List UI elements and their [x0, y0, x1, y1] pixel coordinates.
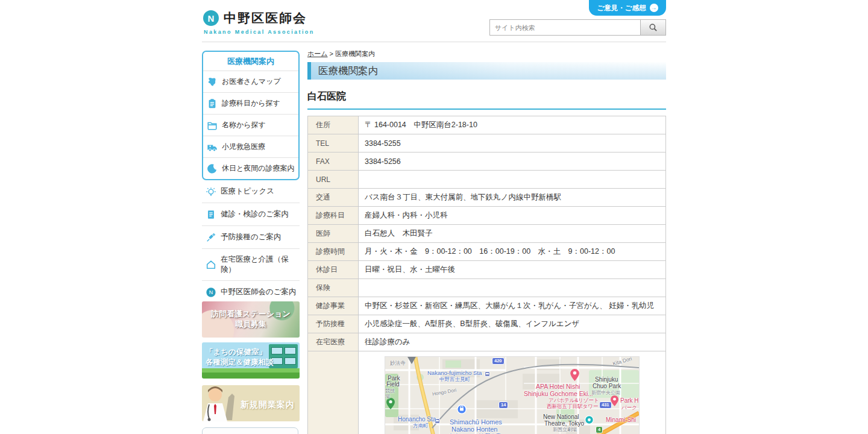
feedback-button[interactable]: ご意見・ご感想 → [589, 0, 666, 16]
page-title: 医療機関案内 [318, 64, 378, 78]
row-value: 産婦人科・内科・小児科 [359, 207, 666, 225]
row-value: 月・火・木・金 9：00-12：00 16：00-19：00 水・土 9：00-… [359, 243, 666, 261]
search-button[interactable] [640, 20, 665, 35]
moon-icon [206, 163, 218, 174]
metro-station-icon[interactable] [485, 371, 490, 377]
sidebar-item[interactable]: 健診・検診のご案内 [202, 203, 300, 226]
row-label: 診療科目 [308, 207, 359, 225]
row-label: TEL [308, 134, 359, 153]
clinic-name-heading: 白石医院 [307, 90, 666, 110]
row-label [308, 351, 359, 434]
sidebar-partial-link-box[interactable] [202, 427, 298, 434]
folder-icon [206, 119, 218, 131]
sidebar-item[interactable]: 予防接種のご案内 [202, 226, 300, 249]
route-badge-4: 4 [596, 426, 603, 433]
row-value: 小児感染症一般、A型肝炎、B型肝炎、破傷風、インフルエンザ [359, 315, 666, 333]
banner-text-line2: 職員募集 [202, 319, 300, 329]
sidebar-item[interactable]: N 中野区医師会のご案内 [202, 281, 300, 304]
google-map-embed[interactable]: 420 14 431 4 妙法寺 Park Field 競技 場 Nakano-… [385, 356, 640, 434]
banner-machi-no-hokenshitsu[interactable]: 「まちの保健室」 各種測定＆健康相談 [202, 342, 300, 379]
map-label-myohoji: 妙法寺 [390, 360, 406, 366]
sidebar-primary-list: お医者さんマップ 診療科目から探す 名称から探す 小児救急医療 [203, 71, 298, 179]
map-label-minami: Minami-Shi [606, 417, 636, 423]
map-icon [206, 76, 218, 87]
site-logo[interactable]: N 中野区医師会 Nakano Medical Association [203, 10, 315, 35]
map-label-shimachu: Nakano Honten [451, 426, 497, 433]
banner-text-line1: 新規開業案内 [241, 400, 295, 410]
map-label-honancho-ja: 方南町 [413, 423, 429, 429]
breadcrumb-separator: > [330, 50, 333, 57]
sidebar-item[interactable]: 診療科目から探す [203, 92, 298, 114]
temple-marker-icon[interactable] [407, 357, 417, 365]
table-row: 在宅医療 往診診療のみ [308, 333, 666, 351]
sidebar-item-label: 在宅医療と介護（保険） [221, 254, 297, 275]
banner-text-line1: 訪問看護ステーション [202, 309, 300, 319]
map-label-park-hyatt-ja: パーク [621, 405, 637, 410]
park-pin-icon[interactable] [386, 398, 395, 409]
map-label-new-national-theatre: Theatre, Tokyo [544, 421, 584, 427]
table-row: 休診日 日曜・祝日、水・土曜午後 [308, 261, 666, 279]
map-label-shimachu: Shimachū Homes [450, 419, 502, 426]
search-icon [649, 23, 658, 32]
page-title-bar: 医療機関案内 [307, 62, 666, 80]
search-input[interactable] [490, 20, 640, 35]
banner-new-practice-guide[interactable]: 新規開業案内 [202, 385, 300, 421]
ambulance-icon [206, 141, 218, 153]
hotel-pin-icon[interactable] [611, 395, 618, 406]
map-label-new-national-theatre-ja: 新国立劇場 [553, 427, 577, 432]
map-label-stadium: 場 [385, 394, 390, 399]
row-label: 在宅医療 [308, 333, 359, 351]
sidebar-item[interactable]: 小児救急医療 [203, 136, 298, 157]
row-label: 保険 [308, 279, 359, 297]
map-label-apa-hotel-ja: 西新宿五丁目駅タワー [547, 404, 598, 409]
table-row: 交通 バス南台３丁目、東大付属前、地下鉄丸ノ内線中野新橋駅 [308, 189, 666, 207]
row-label: 予防接種 [308, 315, 359, 333]
sidebar-item[interactable]: 在宅医療と介護（保険） [202, 249, 300, 281]
doctor-illustration [202, 385, 244, 421]
sidebar-item[interactable]: お医者さんマップ [203, 71, 298, 92]
table-row: 診療科目 産婦人科・内科・小児科 [308, 207, 666, 225]
table-row: 予防接種 小児感染症一般、A型肝炎、B型肝炎、破傷風、インフルエンザ [308, 315, 666, 333]
site-search [489, 19, 666, 36]
theatre-pin-icon[interactable] [585, 415, 594, 424]
route-badge-14: 14 [498, 401, 508, 409]
table-row: 保険 [308, 279, 666, 297]
banner-text-line1: 「まちの保健室」 [206, 347, 274, 357]
sidebar-item-label: お医者さんマップ [222, 77, 281, 87]
syringe-icon [205, 231, 216, 243]
table-row: 診療時間 月・火・木・金 9：00-12：00 16：00-19：00 水・土 … [308, 243, 666, 261]
svg-text:N: N [209, 289, 213, 295]
map-label-nakano-fujimicho-ja: 中野富士見町 [439, 377, 470, 382]
row-label: URL [308, 171, 359, 189]
sidebar-item-label: 名称から探す [222, 120, 266, 130]
breadcrumb-home-link[interactable]: ホーム [307, 50, 328, 57]
banner-text-line2: 各種測定＆健康相談 [206, 357, 274, 368]
site-subtitle: Nakano Medical Association [204, 29, 315, 35]
sidebar-item[interactable]: 休日と夜間の診療案内 [203, 157, 298, 179]
map-label-shinjuku-chuo-park-ja: 新宿中央公園 [591, 391, 620, 395]
row-value [359, 279, 666, 297]
breadcrumb: ホーム > 医療機関案内 [307, 49, 375, 58]
row-label: 住所 [308, 116, 359, 134]
banner-visiting-nurse-recruit[interactable]: 訪問看護ステーション 職員募集 [202, 301, 300, 338]
sidebar-item-label: 中野区医師会のご案内 [221, 287, 297, 297]
breadcrumb-current: 医療機関案内 [335, 50, 375, 57]
row-value: 3384-5256 [359, 153, 666, 171]
map-label-stadium: 競技 [385, 389, 395, 394]
sidebar-primary-menu: 医療機関案内 お医者さんマップ 診療科目から探す 名称から [202, 51, 300, 180]
arrow-right-icon: → [650, 4, 658, 12]
map-label-park-hyatt: Park H [620, 398, 639, 404]
map-label-new-national-theatre: New National [543, 414, 579, 420]
sidebar-item[interactable]: 名称から探す [203, 114, 298, 136]
table-row: TEL 3384-5255 [308, 134, 666, 153]
table-row-map: 420 14 431 4 妙法寺 Park Field 競技 場 Nakano-… [308, 351, 666, 434]
hotel-pin-icon[interactable] [570, 369, 579, 381]
map-label-park-field: Field [386, 382, 400, 388]
table-row: 医師 白石恕人 木田賢子 [308, 225, 666, 243]
row-value: バス南台３丁目、東大付属前、地下鉄丸ノ内線中野新橋駅 [359, 189, 666, 207]
logo-circle-icon: N [203, 10, 219, 26]
feedback-label: ご意見・ご感想 [597, 4, 646, 13]
store-pin-icon[interactable] [457, 404, 467, 414]
table-row: 住所 〒 164-0014 中野区南台2-18-10 [308, 116, 666, 134]
sidebar-item[interactable]: 医療トピックス [202, 180, 300, 203]
